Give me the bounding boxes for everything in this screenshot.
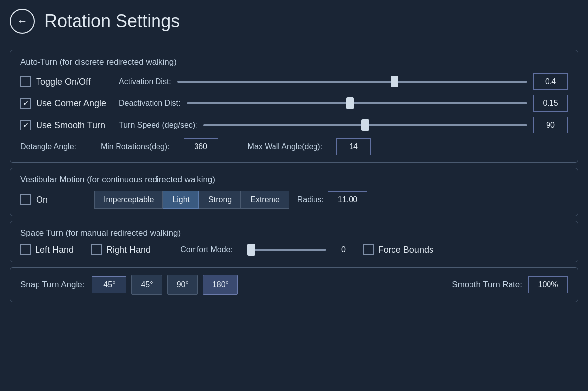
deactivation-dist-thumb[interactable] [346, 97, 354, 109]
turn-speed-label: Turn Speed (deg/sec): [119, 121, 197, 130]
vestibular-on-label[interactable]: On [20, 194, 89, 205]
snap-angle-90[interactable]: 90° [167, 275, 198, 295]
right-hand-text: Right Hand [106, 245, 151, 255]
left-hand-checkbox[interactable] [20, 244, 31, 255]
deactivation-dist-label: Deactivation Dist: [119, 99, 181, 108]
vm-btn-imperceptable[interactable]: Imperceptable [94, 191, 163, 209]
deactivation-dist-group: Deactivation Dist: 0.15 [119, 95, 568, 112]
auto-turn-section: Auto-Turn (for discrete redirected walki… [10, 50, 578, 163]
turn-speed-slider[interactable] [203, 124, 527, 126]
max-wall-label: Max Wall Angle(deg): [248, 142, 322, 151]
min-rotations-label: Min Rotations(deg): [101, 142, 170, 151]
vestibular-row: On Imperceptable Light Strong Extreme Ra… [20, 191, 568, 209]
vm-btn-extreme[interactable]: Extreme [241, 191, 289, 209]
right-hand-checkbox[interactable] [91, 244, 102, 255]
comfort-thumb[interactable] [247, 244, 255, 256]
snap-angle-45[interactable]: 45° [131, 275, 162, 295]
activation-dist-slider[interactable] [177, 81, 527, 83]
auto-turn-row-2: Use Corner Angle Deactivation Dist: 0.15 [20, 95, 568, 112]
radius-value[interactable]: 11.00 [328, 191, 367, 208]
page-title: Rotation Settings [44, 11, 180, 32]
snap-angle-active[interactable]: 45° [92, 276, 126, 293]
smooth-turn-text: Use Smooth Turn [36, 120, 105, 130]
radius-label: Radius: [297, 195, 324, 204]
corner-angle-label[interactable]: Use Corner Angle [20, 98, 119, 109]
detangle-label: Detangle Angle: [20, 142, 76, 151]
snap-turn-label: Snap Turn Angle: [20, 280, 84, 290]
smooth-rate-value[interactable]: 100% [528, 276, 568, 293]
space-turn-section: Space Turn (for manual redirected walkin… [10, 221, 578, 262]
force-bounds-label[interactable]: Force Bounds [363, 244, 433, 255]
auto-turn-title: Auto-Turn (for discrete redirected walki… [20, 57, 568, 67]
left-hand-text: Left Hand [35, 245, 74, 255]
deactivation-dist-value[interactable]: 0.15 [533, 95, 568, 112]
smooth-rate-group: Smooth Turn Rate: 100% [452, 276, 568, 293]
snap-turn-section: Snap Turn Angle: 45° 45° 90° 180° Smooth… [10, 267, 578, 302]
snap-turn-row: Snap Turn Angle: 45° 45° 90° 180° Smooth… [20, 275, 568, 295]
smooth-rate-label: Smooth Turn Rate: [452, 280, 522, 290]
comfort-mode-label: Comfort Mode: [180, 245, 233, 254]
activation-dist-group: Activation Dist: 0.4 [119, 73, 568, 90]
back-icon: ← [17, 15, 28, 28]
header: ← Rotation Settings [0, 0, 588, 40]
max-wall-value[interactable]: 14 [336, 138, 371, 155]
vestibular-on-checkbox[interactable] [20, 194, 31, 205]
activation-dist-label: Activation Dist: [119, 77, 171, 86]
vestibular-section: Vestibular Motion (for continuous redire… [10, 168, 578, 216]
comfort-slider[interactable] [247, 249, 326, 251]
back-button[interactable]: ← [10, 9, 35, 34]
auto-turn-row-4: Detangle Angle: Min Rotations(deg): 360 … [20, 138, 568, 155]
corner-angle-checkbox[interactable] [20, 98, 31, 109]
toggle-onoff-checkbox[interactable] [20, 76, 31, 87]
vestibular-on-text: On [36, 195, 48, 205]
force-bounds-text: Force Bounds [378, 245, 433, 255]
snap-angle-180[interactable]: 180° [203, 275, 238, 295]
toggle-onoff-text: Toggle On/Off [36, 77, 91, 87]
vm-buttons-group: Imperceptable Light Strong Extreme [94, 191, 289, 209]
activation-dist-value[interactable]: 0.4 [533, 73, 568, 90]
corner-angle-text: Use Corner Angle [36, 98, 106, 109]
turn-speed-value[interactable]: 90 [533, 117, 568, 133]
turn-speed-group: Turn Speed (deg/sec): 90 [119, 117, 568, 133]
deactivation-dist-slider[interactable] [187, 102, 528, 104]
comfort-value: 0 [341, 245, 346, 254]
min-rotations-value[interactable]: 360 [184, 138, 218, 155]
turn-speed-thumb[interactable] [361, 119, 369, 131]
right-hand-label[interactable]: Right Hand [91, 244, 151, 255]
left-hand-label[interactable]: Left Hand [20, 244, 74, 255]
main-content: Auto-Turn (for discrete redirected walki… [0, 40, 588, 312]
space-turn-row: Left Hand Right Hand Comfort Mode: 0 For… [20, 244, 568, 255]
vm-btn-strong[interactable]: Strong [199, 191, 241, 209]
force-bounds-checkbox[interactable] [363, 244, 374, 255]
activation-dist-thumb[interactable] [391, 76, 398, 87]
space-turn-title: Space Turn (for manual redirected walkin… [20, 228, 568, 238]
auto-turn-row-1: Toggle On/Off Activation Dist: 0.4 [20, 73, 568, 90]
auto-turn-row-3: Use Smooth Turn Turn Speed (deg/sec): 90 [20, 117, 568, 133]
smooth-turn-label[interactable]: Use Smooth Turn [20, 120, 119, 130]
vestibular-title: Vestibular Motion (for continuous redire… [20, 175, 568, 185]
smooth-turn-checkbox[interactable] [20, 120, 31, 130]
vm-btn-light[interactable]: Light [163, 191, 199, 209]
toggle-onoff-label[interactable]: Toggle On/Off [20, 76, 119, 87]
